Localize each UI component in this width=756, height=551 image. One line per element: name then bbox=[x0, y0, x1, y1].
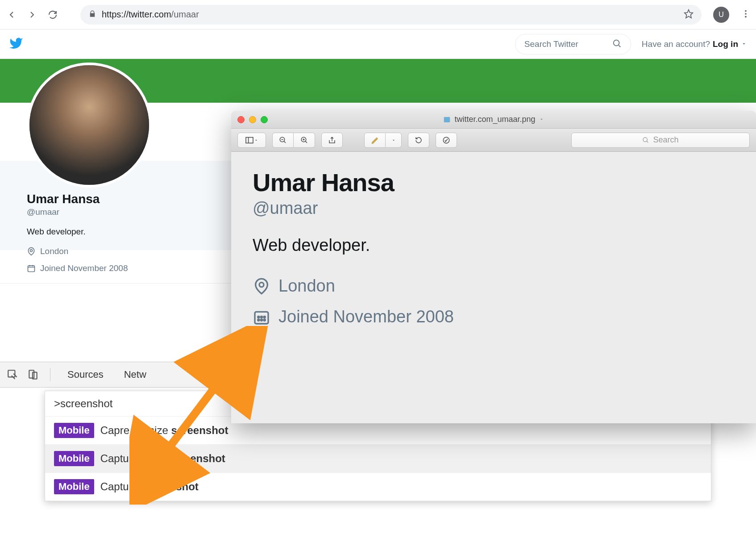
svg-point-16 bbox=[259, 282, 264, 287]
zoom-group bbox=[272, 133, 315, 148]
svg-point-22 bbox=[261, 319, 262, 321]
svg-rect-10 bbox=[444, 117, 450, 122]
svg-point-21 bbox=[258, 319, 259, 321]
share-button[interactable] bbox=[321, 133, 343, 148]
profile-avatar-button[interactable]: U bbox=[713, 7, 729, 23]
svg-rect-6 bbox=[28, 266, 35, 271]
account-prompt-text: Have an account? bbox=[642, 39, 710, 49]
svg-point-4 bbox=[614, 40, 619, 46]
reload-button[interactable] bbox=[46, 8, 59, 21]
chevron-down-icon bbox=[254, 138, 258, 142]
image-file-icon bbox=[443, 116, 451, 124]
svg-point-19 bbox=[261, 316, 262, 317]
chevron-down-icon[interactable] bbox=[741, 39, 747, 49]
login-link[interactable]: Log in bbox=[713, 39, 738, 49]
svg-point-20 bbox=[264, 316, 265, 317]
preview-search-placeholder: Search bbox=[653, 135, 678, 145]
devtools-tab-network[interactable]: Netw bbox=[118, 369, 153, 380]
command-text: Capture screenshot bbox=[100, 480, 199, 493]
login-prompt: Have an account? Log in bbox=[642, 39, 747, 49]
command-category-badge: Mobile bbox=[54, 423, 94, 438]
zoom-window-button[interactable] bbox=[261, 116, 268, 123]
minimize-window-button[interactable] bbox=[249, 116, 256, 123]
lock-icon bbox=[88, 10, 96, 20]
svg-rect-8 bbox=[29, 370, 34, 378]
preview-search-input[interactable]: Search bbox=[571, 133, 750, 148]
command-item-capture-screenshot[interactable]: Mobile Capture screenshot bbox=[45, 473, 711, 501]
twitter-search-input[interactable]: Search Twitter bbox=[515, 34, 631, 54]
location-text: London bbox=[40, 246, 68, 256]
preview-content: Umar Hansa @umaar Web developer. London … bbox=[231, 152, 756, 354]
svg-point-23 bbox=[264, 319, 265, 321]
svg-rect-11 bbox=[246, 137, 253, 143]
preview-toolbar: Search bbox=[231, 129, 756, 152]
command-item-capture-node[interactable]: Mobile Capture node screenshot bbox=[45, 445, 711, 473]
preview-titlebar[interactable]: twitter.com_umaar.png bbox=[231, 111, 756, 129]
svg-point-18 bbox=[258, 316, 259, 317]
chevron-down-icon[interactable] bbox=[539, 115, 544, 124]
highlight-button[interactable] bbox=[364, 133, 386, 148]
search-icon bbox=[642, 137, 649, 144]
command-menu-list: Mobile Capre full size screenshot Mobile… bbox=[45, 417, 711, 501]
zoom-out-button[interactable] bbox=[272, 133, 294, 148]
address-bar[interactable]: https://twitter.com/umaar bbox=[80, 5, 702, 25]
markup-toolbar-button[interactable] bbox=[436, 133, 457, 148]
location-icon bbox=[253, 277, 270, 295]
location-icon bbox=[27, 247, 36, 256]
markup-dropdown[interactable] bbox=[386, 133, 402, 148]
bookmark-star-icon[interactable] bbox=[684, 9, 694, 21]
preview-window: twitter.com_umaar.png bbox=[231, 111, 756, 423]
preview-display-name: Umar Hansa bbox=[253, 168, 735, 197]
twitter-top-nav: Search Twitter Have an account? Log in bbox=[0, 29, 756, 59]
command-category-badge: Mobile bbox=[54, 451, 94, 466]
svg-point-3 bbox=[745, 16, 747, 17]
calendar-icon bbox=[27, 264, 36, 273]
svg-point-15 bbox=[643, 138, 647, 142]
zoom-in-button[interactable] bbox=[294, 133, 315, 148]
devtools-tab-sources[interactable]: Sources bbox=[61, 369, 110, 380]
inspect-element-icon[interactable] bbox=[6, 368, 19, 381]
device-toolbar-icon[interactable] bbox=[27, 368, 39, 381]
close-window-button[interactable] bbox=[237, 116, 245, 123]
markup-group bbox=[364, 133, 402, 148]
search-placeholder: Search Twitter bbox=[524, 39, 578, 49]
preview-location-text: London bbox=[278, 276, 335, 296]
back-button[interactable] bbox=[5, 8, 18, 21]
svg-point-2 bbox=[745, 13, 747, 15]
command-text: Capture node screenshot bbox=[100, 452, 225, 465]
preview-joined: Joined November 2008 bbox=[253, 307, 735, 326]
preview-window-title[interactable]: twitter.com_umaar.png bbox=[443, 115, 544, 124]
calendar-icon bbox=[253, 308, 270, 326]
rotate-button[interactable] bbox=[408, 133, 429, 148]
url-text: https://twitter.com/umaar bbox=[102, 9, 199, 20]
preview-handle: @umaar bbox=[253, 199, 735, 218]
svg-marker-0 bbox=[685, 9, 693, 17]
sidebar-toggle-button[interactable] bbox=[237, 133, 266, 148]
svg-point-5 bbox=[30, 250, 33, 252]
svg-point-1 bbox=[745, 10, 747, 12]
preview-filename: twitter.com_umaar.png bbox=[454, 115, 535, 124]
chrome-menu-icon[interactable] bbox=[741, 9, 751, 21]
browser-toolbar: https://twitter.com/umaar U bbox=[0, 0, 756, 29]
preview-location: London bbox=[253, 276, 735, 296]
search-icon bbox=[612, 38, 622, 50]
forward-button[interactable] bbox=[26, 8, 38, 21]
joined-text: Joined November 2008 bbox=[40, 263, 128, 273]
preview-joined-text: Joined November 2008 bbox=[278, 307, 454, 326]
command-text: Capre full size screenshot bbox=[100, 424, 228, 437]
preview-bio: Web developer. bbox=[253, 236, 735, 255]
twitter-logo-icon[interactable] bbox=[9, 36, 23, 52]
command-category-badge: Mobile bbox=[54, 479, 94, 494]
